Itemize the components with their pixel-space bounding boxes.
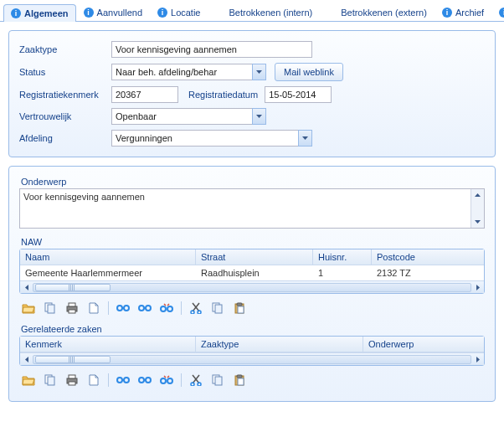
afdeling-combo[interactable] <box>111 130 312 147</box>
vertrouwelijk-input[interactable] <box>111 108 252 125</box>
svg-rect-34 <box>48 377 54 385</box>
copy-icon[interactable] <box>43 373 58 388</box>
tab-panel-algemeen: Zaaktype Status Mail weblink Registratie… <box>0 22 504 419</box>
row-status: Status Mail weblink <box>19 63 485 81</box>
svg-rect-53 <box>215 377 222 385</box>
reg-datum-input[interactable] <box>265 86 332 103</box>
mail-weblink-button[interactable]: Mail weblink <box>275 63 343 81</box>
tab-betrokkenen-extern[interactable]: i Betrokkenen (extern) <box>320 3 435 21</box>
table-row[interactable]: Gemeente Haarlemmermeer Raadhuisplein 1 … <box>20 265 484 280</box>
chevron-left-icon[interactable] <box>20 281 33 294</box>
cell-naam: Gemeente Haarlemmermeer <box>20 265 196 280</box>
link-icon[interactable] <box>116 373 131 388</box>
col-naam[interactable]: Naam <box>20 249 196 265</box>
vertrouwelijk-combo[interactable] <box>111 108 266 125</box>
link-icon[interactable] <box>137 373 152 388</box>
unlink-icon[interactable] <box>159 301 174 316</box>
paste-icon[interactable] <box>232 373 247 388</box>
col-huisnr[interactable]: Huisnr. <box>313 249 372 265</box>
tab-locatie[interactable]: i Locatie <box>150 3 208 21</box>
zaaktype-input[interactable] <box>111 41 312 58</box>
print-icon[interactable] <box>64 373 80 388</box>
folder-open-icon[interactable] <box>21 301 36 316</box>
scroll-track[interactable] <box>33 355 471 364</box>
label-vertrouwelijk: Vertrouwelijk <box>19 111 111 121</box>
link-icon[interactable] <box>116 301 131 316</box>
separator <box>108 301 109 315</box>
svg-rect-30 <box>238 306 244 313</box>
document-icon[interactable] <box>86 373 101 388</box>
separator <box>181 301 182 315</box>
scroll-thumb[interactable] <box>35 284 111 291</box>
svg-line-20 <box>164 304 166 306</box>
onderwerp-textarea[interactable]: Voor kennisgeving aannemen <box>19 188 485 229</box>
chevron-up-icon[interactable] <box>471 189 484 201</box>
chevron-right-icon[interactable] <box>471 353 484 366</box>
reg-kenmerk-input[interactable] <box>111 86 178 103</box>
svg-marker-2 <box>302 136 308 140</box>
status-input[interactable] <box>111 64 252 80</box>
svg-point-24 <box>191 311 194 314</box>
chevron-down-icon[interactable] <box>471 216 484 228</box>
link-icon[interactable] <box>137 301 152 316</box>
svg-marker-32 <box>476 357 480 362</box>
scroll-track[interactable] <box>33 283 471 292</box>
tab-label: Locatie <box>171 8 200 18</box>
cut-icon[interactable] <box>188 373 203 388</box>
detail-panel: Onderwerp Voor kennisgeving aannemen NAW… <box>8 166 496 402</box>
scroll-thumb[interactable] <box>35 356 111 363</box>
naw-grid: Naam Straat Huisnr. Postcode Gemeente Ha… <box>19 249 485 294</box>
svg-rect-18 <box>161 306 166 311</box>
col-kenmerk[interactable]: Kenmerk <box>20 337 196 352</box>
tab-algemeen[interactable]: i Algemeen <box>3 4 76 22</box>
afdeling-input[interactable] <box>111 130 298 147</box>
chevron-right-icon[interactable] <box>471 281 484 294</box>
info-icon: i <box>442 8 452 18</box>
tab-overig[interactable]: i Overig <box>491 3 504 21</box>
label-afdeling: Afdeling <box>19 133 111 143</box>
gerelateerd-grid: Kenmerk Zaaktype Onderwerp <box>19 336 485 366</box>
onderwerp-value: Voor kennisgeving aannemen <box>20 189 471 228</box>
form-panel: Zaaktype Status Mail weblink Registratie… <box>8 30 496 157</box>
label-reg-datum: Registratiedatum <box>188 90 258 100</box>
svg-marker-1 <box>256 115 262 118</box>
copy-icon[interactable] <box>210 373 225 388</box>
svg-marker-3 <box>475 193 481 197</box>
info-icon: i <box>84 8 94 18</box>
label-reg-kenmerk: Registratiekenmerk <box>19 90 111 100</box>
col-zaaktype[interactable]: Zaaktype <box>196 337 363 352</box>
chevron-left-icon[interactable] <box>20 353 33 366</box>
row-zaaktype: Zaaktype <box>19 41 485 58</box>
status-combo[interactable] <box>111 64 266 80</box>
scrollbar-horizontal[interactable] <box>20 352 484 365</box>
copy-icon[interactable] <box>43 301 58 316</box>
gerelateerd-grid-header: Kenmerk Zaaktype Onderwerp <box>20 337 484 352</box>
cut-icon[interactable] <box>188 301 203 316</box>
svg-rect-37 <box>69 382 75 385</box>
svg-line-47 <box>167 376 169 378</box>
chevron-down-icon[interactable] <box>252 64 266 80</box>
unlink-icon[interactable] <box>159 373 174 388</box>
svg-rect-27 <box>215 305 222 313</box>
scrollbar-vertical[interactable] <box>471 189 484 228</box>
label-zaaktype: Zaaktype <box>19 44 111 54</box>
chevron-down-icon[interactable] <box>298 130 312 147</box>
svg-rect-45 <box>167 378 172 383</box>
folder-open-icon[interactable] <box>21 373 36 388</box>
document-icon[interactable] <box>86 301 101 316</box>
col-straat[interactable]: Straat <box>196 249 313 265</box>
paste-icon[interactable] <box>232 301 247 316</box>
col-onderwerp[interactable]: Onderwerp <box>363 337 484 352</box>
gerelateerd-toolbar <box>19 368 485 389</box>
separator <box>108 373 109 387</box>
scrollbar-horizontal[interactable] <box>20 280 484 293</box>
print-icon[interactable] <box>64 301 80 316</box>
chevron-down-icon[interactable] <box>252 108 266 125</box>
copy-icon[interactable] <box>210 301 225 316</box>
tab-aanvullend[interactable]: i Aanvullend <box>76 3 150 21</box>
tab-archief[interactable]: i Archief <box>435 3 491 21</box>
svg-marker-4 <box>475 220 481 224</box>
col-postcode[interactable]: Postcode <box>372 249 484 265</box>
label-onderwerp: Onderwerp <box>21 177 485 187</box>
tab-betrokkenen-intern[interactable]: i Betrokkenen (intern) <box>208 3 321 21</box>
